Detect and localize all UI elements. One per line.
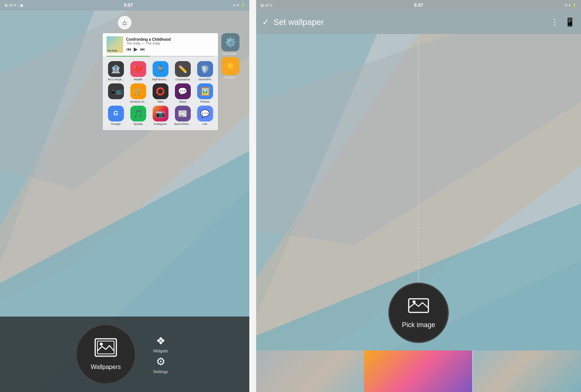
toolbar-check-group: ✓ Set wallpaper <box>262 17 550 27</box>
app-slack[interactable]: 💬 Slack <box>173 83 193 103</box>
app-nordvpn[interactable]: 🛡️ NordVPN <box>195 61 215 81</box>
app-health[interactable]: ❤️ Health <box>128 61 148 81</box>
instagram-label: Instagram <box>151 122 170 126</box>
instagram-icon[interactable]: 📷 <box>153 106 168 121</box>
nova-icon[interactable]: ⚙️ <box>221 33 240 51</box>
left-status-bar: ▥ ull ✉ ⌂ ▣ 5:57 N ✦ 🔋 <box>0 0 249 11</box>
baconread-label: BaconRea... <box>173 122 193 126</box>
slack-label: Slack <box>173 100 193 103</box>
app-acu[interactable]: 🏦 ACU Anyti... <box>106 61 126 81</box>
acu-label: ACU Anyti... <box>106 78 126 81</box>
settings-label: Settings <box>153 369 168 374</box>
pick-image-label: Pick image <box>402 321 435 329</box>
app-instagram[interactable]: 📷 Instagram <box>151 106 170 126</box>
checkmark-icon[interactable]: ✓ <box>262 17 269 27</box>
photos-icon[interactable]: 🖼️ <box>197 83 213 99</box>
app-card: The Daily Confronting a Childhood The Da… <box>103 33 218 130</box>
thumb-2[interactable] <box>364 350 472 392</box>
crossword-label: Crossword <box>173 78 193 81</box>
health-label: Health <box>128 78 148 81</box>
left-bottom-bar: Wallpapers ❖ Widgets ⚙ Settings <box>0 317 249 392</box>
right-status-right: N ✦ 🔋 <box>565 3 576 7</box>
side-widgets: ⚙️ Nova Setti... ☀️ Weather <box>219 33 242 79</box>
thumb-1[interactable] <box>256 350 364 392</box>
wallpaper-preview: Pick image <box>256 34 581 392</box>
next-button[interactable]: ⏭ <box>140 46 145 52</box>
app-amazon[interactable]: 🛒 Amazon A... <box>128 83 148 103</box>
left-status-right-icons: N ✦ 🔋 <box>233 3 245 7</box>
widgets-label: Widgets <box>153 349 168 353</box>
bottom-actions: ❖ Widgets ⚙ Settings <box>147 335 174 374</box>
panel-divider <box>249 0 256 392</box>
music-progress-fill <box>107 56 150 57</box>
app-baconread[interactable]: 📰 BaconRea... <box>173 106 193 126</box>
settings-action[interactable]: ⚙ Settings <box>147 355 174 374</box>
svg-point-14 <box>413 300 416 303</box>
baconread-icon[interactable]: 📰 <box>175 106 191 121</box>
photos-label: Photos <box>195 100 215 103</box>
thumb-3[interactable] <box>472 350 581 392</box>
google-label: Google <box>106 122 126 126</box>
slack-icon[interactable]: 💬 <box>175 83 191 99</box>
pick-image-icon <box>408 297 429 319</box>
widgets-action[interactable]: ❖ Widgets <box>147 335 174 353</box>
lite-icon[interactable]: 💬 <box>197 106 213 121</box>
pick-image-button[interactable]: Pick image <box>388 283 449 343</box>
crossword-icon[interactable]: ✏️ <box>175 61 191 77</box>
more-vert-icon[interactable]: ⋮ <box>550 17 559 27</box>
music-thumb-label: The Daily <box>107 49 117 52</box>
music-thumbnail: The Daily <box>107 36 123 53</box>
spotify-icon[interactable]: 🎵 <box>130 106 146 121</box>
phone-icon: 📱 <box>565 17 575 27</box>
amazon-icon[interactable]: 🛒 <box>130 83 146 99</box>
music-controls[interactable]: ⏮ ▶ ⏭ <box>126 46 214 52</box>
left-status-time: 5:57 <box>124 3 133 8</box>
google-icon[interactable]: G <box>108 106 124 121</box>
music-info: Confronting a Childhood The Daily — The … <box>126 37 214 52</box>
toolbar-actions: ⋮ 📱 <box>550 17 575 27</box>
music-subtitle: The Daily — The Daily <box>126 42 214 45</box>
app-crossword[interactable]: ✏️ Crossword <box>173 61 193 81</box>
tabs-icon[interactable]: ⭕ <box>153 83 168 99</box>
home-icon: ⌂ <box>118 16 131 29</box>
music-progress-bar <box>107 56 214 57</box>
wallpapers-label: Wallpapers <box>91 364 121 370</box>
right-panel: ▥ ull ⊡ 5:57 N ✦ 🔋 ✓ Set wallpaper ⋮ 📱 <box>256 0 581 392</box>
home-icon-area: ⌂ <box>117 15 132 30</box>
play-button[interactable]: ▶ <box>134 46 138 52</box>
app-photos[interactable]: 🖼️ Photos <box>195 83 215 103</box>
nordvpn-icon[interactable]: 🛡️ <box>197 61 213 77</box>
app-row-2: 📱📺 🛒 Amazon A... ⭕ Tabs 💬 Slack 🖼️ <box>106 83 215 103</box>
right-status-time: 5:57 <box>414 3 423 8</box>
health-icon[interactable]: ❤️ <box>130 61 146 77</box>
nordvpn-label: NordVPN <box>195 78 215 81</box>
app-multi[interactable]: 📱📺 <box>106 83 126 103</box>
app-tabs[interactable]: ⭕ Tabs <box>151 83 170 103</box>
right-status-left-icons: ▥ ull ⊡ <box>261 3 272 7</box>
app-myfitness[interactable]: 🏃 MyFitness... <box>151 61 170 81</box>
multi-icon[interactable]: 📱📺 <box>108 83 124 99</box>
myfitness-icon[interactable]: 🏃 <box>153 61 168 77</box>
weather-label: Weather <box>225 76 236 79</box>
app-grid: 🏦 ACU Anyti... ❤️ Health 🏃 MyFitness... … <box>103 57 218 130</box>
app-row-3: G Google 🎵 Spotify 📷 Instagram 📰 BaconRe… <box>106 106 215 126</box>
weather-icon[interactable]: ☀️ <box>221 57 240 75</box>
acu-icon[interactable]: 🏦 <box>108 61 124 77</box>
weather-widget[interactable]: ☀️ Weather <box>219 57 242 79</box>
toolbar-title: Set wallpaper <box>274 17 324 27</box>
app-lite[interactable]: 💬 Lite <box>195 106 215 126</box>
left-panel: ▥ ull ✉ ⌂ ▣ 5:57 N ✦ 🔋 ⌂ The Daily Confr… <box>0 0 249 392</box>
nova-widget[interactable]: ⚙️ Nova Setti... <box>219 33 242 55</box>
app-google[interactable]: G Google <box>106 106 126 126</box>
tabs-label: Tabs <box>151 100 170 103</box>
prev-button[interactable]: ⏮ <box>126 46 131 52</box>
widgets-icon: ❖ <box>156 335 165 347</box>
app-spotify[interactable]: 🎵 Spotify <box>128 106 148 126</box>
home-symbol: ⌂ <box>123 19 127 27</box>
nova-label: Nova Setti... <box>222 52 239 55</box>
wallpapers-button[interactable]: Wallpapers <box>76 324 136 384</box>
dashed-divider-line <box>418 34 419 320</box>
thumbnail-strip <box>256 350 581 392</box>
left-status-left-icons: ▥ ull ✉ ⌂ ▣ <box>5 3 23 7</box>
spotify-label: Spotify <box>128 122 148 126</box>
